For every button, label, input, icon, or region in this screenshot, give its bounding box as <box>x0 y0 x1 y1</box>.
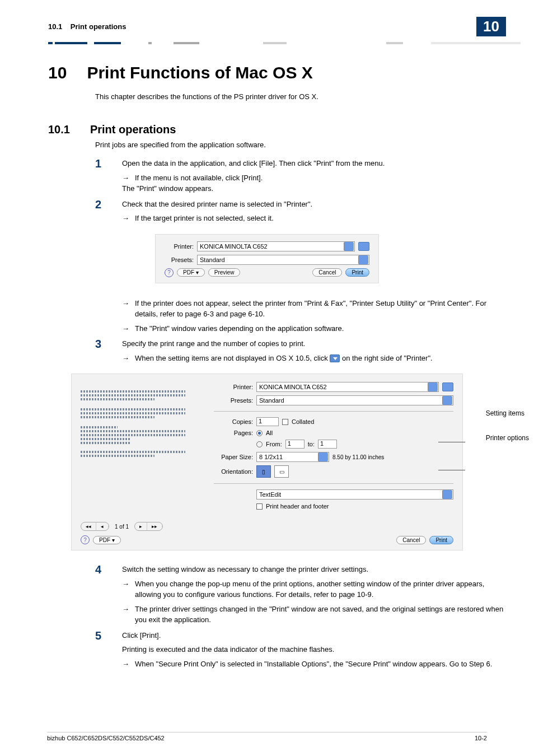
printer-label: Printer: <box>165 243 194 250</box>
step-5-after: Printing is executed and the data indica… <box>122 644 506 655</box>
step-3-text: Specify the print range and the number o… <box>122 338 506 349</box>
step-2-text: Check that the desired printer name is s… <box>122 199 506 210</box>
orientation-label: Orientation: <box>214 468 253 475</box>
presets-label: Presets: <box>165 256 194 263</box>
footer-model: bizhub C652/C652DS/C552/C552DS/C452 <box>47 735 165 741</box>
page-footer: bizhub C652/C652DS/C552/C552DS/C452 10-2 <box>47 732 487 741</box>
pages-all-label: All <box>266 430 273 436</box>
step-3-bullet-1: When the setting items are not displayed… <box>135 353 433 364</box>
print-button[interactable]: Print <box>345 268 369 277</box>
pdf-menu-button[interactable]: PDF ▾ <box>93 536 121 544</box>
section-description: Print jobs are specified from the applic… <box>95 141 506 149</box>
from-label: From: <box>266 441 282 447</box>
step-1-text: Open the data in the application, and cl… <box>122 158 506 169</box>
next-page-icon: ▸ <box>135 522 147 530</box>
step-5-text: Click [Print]. <box>122 630 506 641</box>
footer-page-number: 10-2 <box>475 735 487 741</box>
pages-all-radio[interactable] <box>256 430 263 436</box>
step-1-after: The "Print" window appears. <box>122 183 506 194</box>
printer-options-select[interactable]: TextEdit <box>256 489 453 500</box>
papersize-label: Paper Size: <box>214 454 253 460</box>
arrow-icon: → <box>122 213 129 224</box>
select-endcap-icon <box>318 452 328 461</box>
arrow-icon: → <box>122 604 129 626</box>
chapter-tab: 10 <box>476 17 506 36</box>
step-1: 1 Open the data in the application, and … <box>95 158 506 194</box>
to-input[interactable]: 1 <box>318 440 337 449</box>
portrait-icon: ▯ <box>262 469 265 475</box>
step-2-bullet-2: If the printer does not appear, select t… <box>135 298 506 320</box>
help-icon[interactable]: ? <box>165 268 174 277</box>
from-input[interactable]: 1 <box>285 440 305 449</box>
collated-label: Collated <box>292 418 314 425</box>
presets-select[interactable]: Standard <box>256 395 453 405</box>
prev-page-icon: ◂ <box>96 522 109 530</box>
step-number-2: 2 <box>95 199 109 210</box>
callout-leader-line <box>438 470 465 470</box>
header-footer-label: Print header and footer <box>266 503 329 510</box>
section-number: 10.1 <box>48 123 70 136</box>
step-4-bullet-1: When you change the pop-up menu of the p… <box>135 578 506 600</box>
last-page-icon: ▸▸ <box>147 522 162 530</box>
chapter-number: 10 <box>48 63 67 82</box>
presets-label: Presets: <box>214 397 253 404</box>
step-4-text: Switch the setting window as necessary t… <box>122 564 506 575</box>
collated-checkbox[interactable] <box>282 419 288 425</box>
copies-input[interactable]: 1 <box>256 417 279 426</box>
to-label: to: <box>308 441 315 447</box>
page-nav-first-prev[interactable]: ◂◂◂ <box>81 522 109 531</box>
cancel-button[interactable]: Cancel <box>312 268 342 277</box>
header-section-name: Print operations <box>71 22 127 31</box>
orientation-landscape-button[interactable]: ▭ <box>274 465 289 478</box>
expand-triangle-icon <box>330 354 340 362</box>
step-4: 4 Switch the setting window as necessary… <box>95 564 506 626</box>
printer-select[interactable]: KONICA MINOLTA C652 <box>197 241 355 251</box>
presets-select[interactable]: Standard <box>197 255 369 265</box>
expand-toggle-button[interactable] <box>358 242 369 251</box>
printer-select[interactable]: KONICA MINOLTA C652 <box>256 382 439 392</box>
papersize-select[interactable]: 8 1/2x11 <box>256 452 329 462</box>
step-5: 5 Click [Print]. Printing is executed an… <box>95 630 506 670</box>
papersize-dims: 8.50 by 11.00 inches <box>332 454 384 460</box>
step-number-4: 4 <box>95 564 109 575</box>
page-of-label: 1 of 1 <box>115 524 129 530</box>
page-nav-next-last[interactable]: ▸▸▸ <box>134 522 163 531</box>
step-1-bullet-1: If the menu is not available, click [Pri… <box>135 172 263 184</box>
header-footer-checkbox[interactable] <box>256 503 263 510</box>
collapse-toggle-button[interactable] <box>442 382 453 391</box>
pages-from-radio[interactable] <box>256 441 263 447</box>
callout-printer-options: Printer options <box>486 434 529 442</box>
chapter-title-text: Print Functions of Mac OS X <box>87 63 312 82</box>
step-number-5: 5 <box>95 630 109 641</box>
header-rule-decoration <box>28 42 506 46</box>
step-2-bullet-1: If the target printer is not selected, s… <box>135 213 274 224</box>
arrow-icon: → <box>122 298 129 320</box>
section-title-text: Print operations <box>90 123 176 136</box>
section-heading: 10.1 Print operations <box>48 123 506 136</box>
step-number-1: 1 <box>95 158 109 169</box>
callout-leader-line <box>438 442 465 442</box>
select-endcap-icon <box>442 490 452 499</box>
cancel-button[interactable]: Cancel <box>396 536 426 544</box>
chapter-heading: 10 Print Functions of Mac OS X <box>48 63 506 82</box>
step-3: 3 Specify the print range and the number… <box>95 338 506 363</box>
pages-label: Pages: <box>214 430 253 436</box>
help-icon[interactable]: ? <box>81 535 90 544</box>
select-endcap-icon <box>344 242 354 251</box>
pdf-menu-button[interactable]: PDF ▾ <box>177 268 205 277</box>
print-button[interactable]: Print <box>429 536 453 544</box>
orientation-portrait-button[interactable]: ▯ <box>256 465 271 478</box>
select-endcap-icon <box>428 382 438 391</box>
step-5-bullet-1: When "Secure Print Only" is selected in … <box>135 659 492 670</box>
arrow-icon: → <box>122 323 129 334</box>
header-section-number: 10.1 <box>48 22 62 31</box>
landscape-icon: ▭ <box>279 469 284 475</box>
document-preview-pane <box>81 382 204 513</box>
step-2-continued: →If the printer does not appear, select … <box>95 295 506 334</box>
preview-button[interactable]: Preview <box>208 268 241 277</box>
arrow-icon: → <box>122 353 129 364</box>
chapter-description: This chapter describes the functions of … <box>95 92 506 101</box>
arrow-icon: → <box>122 659 129 670</box>
arrow-icon: → <box>122 578 129 600</box>
copies-label: Copies: <box>214 418 253 425</box>
